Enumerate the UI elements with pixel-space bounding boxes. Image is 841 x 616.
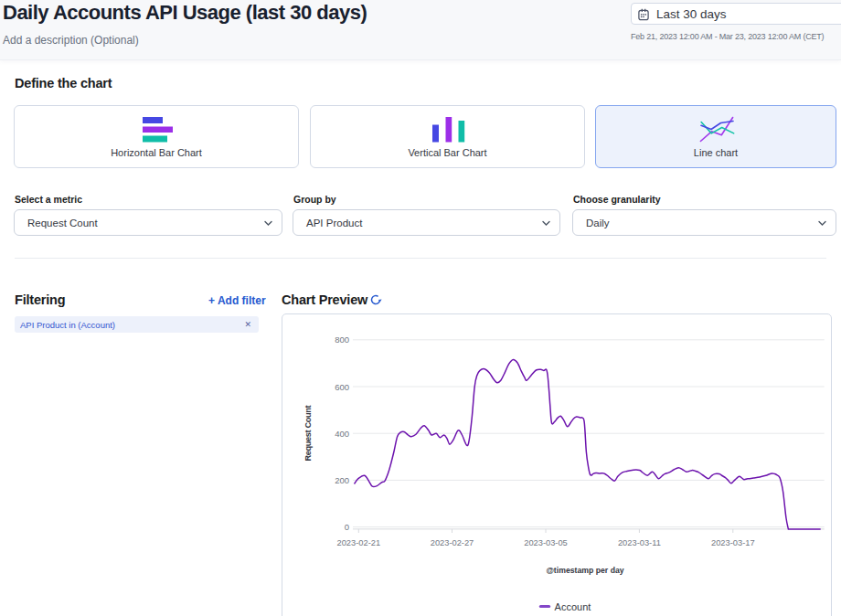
svg-text:2023-02-27: 2023-02-27 bbox=[431, 538, 474, 547]
svg-text:Request Count: Request Count bbox=[303, 406, 313, 462]
svg-text:200: 200 bbox=[335, 475, 349, 485]
svg-text:2023-02-21: 2023-02-21 bbox=[337, 538, 381, 547]
svg-text:2023-03-11: 2023-03-11 bbox=[618, 538, 661, 547]
svg-text:@timestamp per day: @timestamp per day bbox=[546, 566, 623, 575]
svg-text:0: 0 bbox=[345, 522, 349, 532]
svg-text:400: 400 bbox=[335, 429, 349, 439]
svg-text:2023-03-17: 2023-03-17 bbox=[711, 538, 755, 547]
svg-text:800: 800 bbox=[335, 335, 349, 345]
svg-text:2023-03-05: 2023-03-05 bbox=[524, 538, 568, 547]
svg-text:600: 600 bbox=[335, 382, 349, 392]
svg-text:Account: Account bbox=[555, 601, 591, 612]
